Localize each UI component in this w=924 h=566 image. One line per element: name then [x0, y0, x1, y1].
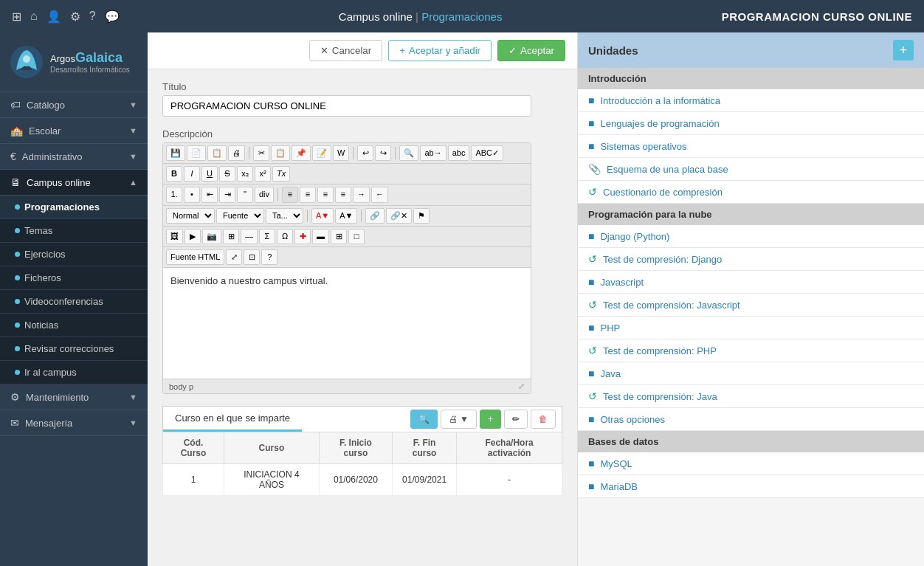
help-btn[interactable]: ? [261, 249, 277, 265]
sidebar-item-administrativo[interactable]: €Administrativo ▼ [0, 144, 148, 170]
size-select[interactable]: Ta... [266, 208, 303, 224]
sidebar-sub-videoconferencias[interactable]: Videoconferencias [0, 290, 148, 314]
print-tb-btn[interactable]: 🖨 [228, 145, 245, 161]
font-color-btn[interactable]: A▼ [311, 208, 334, 224]
rp-item-mariadb[interactable]: ■ MariaDB [578, 475, 924, 498]
search-course-btn[interactable]: 🔍 [410, 410, 438, 429]
edit-course-btn[interactable]: ✏ [504, 410, 528, 429]
ul-btn[interactable]: • [184, 187, 200, 202]
div-btn[interactable]: div [255, 187, 274, 202]
settings-icon[interactable]: ⚙ [70, 10, 80, 24]
paste-text-btn[interactable]: 📝 [312, 145, 331, 161]
print-course-btn[interactable]: 🖨 ▼ [441, 410, 477, 429]
form-btn[interactable]: ✚ [294, 229, 311, 244]
unlink-btn[interactable]: 🔗✕ [386, 208, 412, 224]
rp-item-intro-lenguajes[interactable]: ■ Lenguajes de programación [578, 112, 924, 135]
sidebar-item-mensajeria[interactable]: ✉Mensajería ▼ [0, 410, 148, 436]
new-tb-btn[interactable]: 📄 [187, 145, 206, 161]
sidebar-sub-ejercicios[interactable]: Ejercicios [0, 243, 148, 266]
rp-item-php[interactable]: ■ PHP [578, 317, 924, 339]
style-select[interactable]: Normal [166, 208, 215, 224]
link-btn[interactable]: 🔗 [365, 208, 385, 224]
ol-btn[interactable]: 1. [166, 187, 182, 202]
video-btn[interactable]: ▶ [185, 229, 201, 244]
underline-btn[interactable]: U [201, 166, 218, 182]
search-btn[interactable]: 🔍 [399, 145, 418, 161]
indent-btn[interactable]: ⇥ [219, 187, 235, 202]
ltr-btn[interactable]: → [353, 187, 370, 202]
superscript-btn[interactable]: x² [255, 166, 271, 182]
rp-item-intro-informatica[interactable]: ■ Introducción a la informática [578, 89, 924, 112]
image-btn[interactable]: 🖼 [166, 229, 183, 244]
italic-btn[interactable]: I [184, 166, 200, 182]
spellcheck-btn[interactable]: abc [448, 145, 470, 161]
accept-button[interactable]: ✓ Aceptar [497, 40, 565, 61]
add-course-btn[interactable]: + [480, 410, 501, 429]
sidebar-item-mantenimiento[interactable]: ⚙Mantenimiento ▼ [0, 384, 148, 410]
table-btn[interactable]: ⊞ [223, 229, 239, 244]
rp-item-otras[interactable]: ■ Otras opciones [578, 408, 924, 431]
align-right-btn[interactable]: ≡ [317, 187, 334, 202]
sidebar-sub-ir-campus[interactable]: Ir al campus [0, 361, 148, 384]
home-icon[interactable]: ⌂ [30, 10, 38, 23]
blockquote-btn[interactable]: " [237, 187, 253, 202]
rp-item-intro-sistemas[interactable]: ■ Sistemas operativos [578, 135, 924, 158]
anchor-btn[interactable]: ⚑ [413, 208, 430, 224]
delete-course-btn[interactable]: 🗑 [531, 410, 556, 429]
paste-btn[interactable]: 📌 [292, 145, 311, 161]
sidebar-item-campus-online[interactable]: 🖥Campus online ▲ Programaciones Temas Ej… [0, 170, 148, 384]
add-accept-button[interactable]: + Aceptar y añadir [388, 40, 492, 61]
font-select[interactable]: Fuente [216, 208, 264, 224]
source-btn[interactable]: Fuente HTML [166, 249, 224, 265]
sidebar-sub-revisar[interactable]: Revisar correcciones [0, 337, 148, 361]
breadcrumb-campus[interactable]: Campus online [339, 10, 413, 23]
widget-btn[interactable]: □ [348, 229, 365, 244]
show-blocks-btn[interactable]: ⊡ [244, 249, 260, 265]
sidebar-sub-programaciones[interactable]: Programaciones [0, 196, 148, 219]
user-icon[interactable]: 👤 [46, 10, 61, 24]
replace-btn[interactable]: ab→ [420, 145, 446, 161]
bold-btn[interactable]: B [166, 166, 182, 182]
title-input[interactable] [162, 95, 531, 117]
rp-item-mysql[interactable]: ■ MySQL [578, 452, 924, 475]
course-tab[interactable]: Curso en el que se imparte [163, 407, 302, 432]
breadcrumb-programaciones[interactable]: Programaciones [421, 10, 502, 23]
align-center-btn[interactable]: ≡ [300, 187, 316, 202]
grid-btn[interactable]: ⊞ [331, 229, 347, 244]
message-icon[interactable]: 💬 [105, 10, 120, 24]
spell2-btn[interactable]: ABC✓ [471, 145, 503, 161]
rp-item-test-java[interactable]: ↺ Test de comprensión: Java [578, 385, 924, 408]
save-tb-btn[interactable]: 💾 [166, 145, 185, 161]
redo-btn[interactable]: ↪ [375, 145, 391, 161]
table-row[interactable]: 1 INICIACION 4 AÑOS 01/06/2020 01/09/202… [163, 464, 562, 496]
cancel-button[interactable]: ✕ Cancelar [309, 40, 382, 61]
sidebar-item-escolar[interactable]: 🏫Escolar ▼ [0, 118, 148, 144]
rp-item-test-django[interactable]: ↺ Test de compresión: Django [578, 248, 924, 271]
editor-body[interactable]: Bienvenido a nuestro campus virtual. [163, 268, 531, 379]
cut-btn[interactable]: ✂ [253, 145, 269, 161]
paste-word-btn[interactable]: W [333, 145, 349, 161]
rp-item-java[interactable]: ■ Java [578, 362, 924, 385]
undo-btn[interactable]: ↩ [357, 145, 373, 161]
sidebar-sub-ficheros[interactable]: Ficheros [0, 266, 148, 290]
align-left-btn[interactable]: ≡ [282, 187, 298, 202]
rp-item-test-javascript[interactable]: ↺ Test de comprensión: Javascript [578, 294, 924, 317]
fullscreen-btn[interactable]: ⤢ [226, 249, 242, 265]
bg-color-btn[interactable]: A▼ [335, 208, 357, 224]
rp-item-intro-cuestionario[interactable]: ↺ Cuestionario de compresión [578, 181, 924, 204]
rp-item-javascript[interactable]: ■ Javascript [578, 271, 924, 294]
copy-btn[interactable]: 📋 [271, 145, 290, 161]
omega-btn[interactable]: Ω [277, 229, 293, 244]
rp-item-test-php[interactable]: ↺ Test de comprensión: PHP [578, 339, 924, 362]
sidebar-sub-noticias[interactable]: Noticias [0, 314, 148, 337]
rp-item-django[interactable]: ■ Django (Python) [578, 225, 924, 248]
help-icon[interactable]: ? [89, 10, 96, 23]
menu-icon[interactable]: ⊞ [12, 10, 21, 24]
sidebar-sub-temas[interactable]: Temas [0, 219, 148, 243]
strikethrough-btn[interactable]: S [219, 166, 235, 182]
sigma-btn[interactable]: Σ [259, 229, 275, 244]
editor-resize-handle[interactable]: ⤢ [518, 382, 525, 391]
rtl-btn[interactable]: ← [371, 187, 388, 202]
hr-btn[interactable]: — [241, 229, 258, 244]
preview-tb-btn[interactable]: 📋 [207, 145, 227, 161]
